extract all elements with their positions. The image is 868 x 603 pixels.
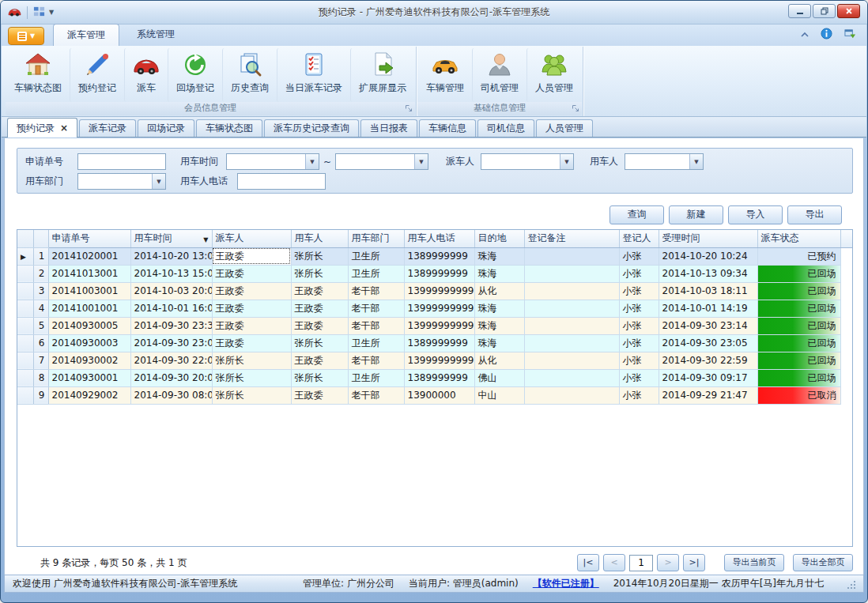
ribbon-tab-system-management[interactable]: 系统管理 bbox=[123, 24, 188, 46]
cell-dispatcher[interactable]: 张所长 bbox=[212, 386, 291, 404]
cell-remark[interactable] bbox=[524, 334, 619, 352]
cell-registrar[interactable]: 小张 bbox=[619, 300, 659, 317]
dropdown-arrow-icon[interactable]: ▼ bbox=[560, 154, 573, 169]
cell-phone[interactable]: 13999999999 bbox=[404, 300, 474, 317]
cell-use_time[interactable]: 2014-09-30 23:00 bbox=[130, 334, 212, 352]
cell-remark[interactable] bbox=[524, 247, 619, 265]
column-header-4[interactable]: 用车部门 bbox=[348, 230, 404, 247]
cell-dispatcher[interactable]: 王政委 bbox=[212, 247, 291, 265]
cell-status[interactable]: 已回场 bbox=[757, 369, 840, 386]
cell-dispatcher[interactable]: 张所长 bbox=[212, 352, 291, 369]
cell-order_no[interactable]: 20140930005 bbox=[48, 317, 130, 334]
cell-dispatcher[interactable]: 王政委 bbox=[212, 317, 291, 334]
cell-dept[interactable]: 老干部 bbox=[348, 386, 404, 404]
switch-window-icon[interactable] bbox=[843, 28, 857, 42]
table-row[interactable]: 8201409300012014-09-30 20:00张所长张所长卫生所138… bbox=[17, 369, 852, 386]
cell-registrar[interactable]: 小张 bbox=[619, 317, 659, 334]
column-header-7[interactable]: 登记备注 bbox=[524, 230, 619, 247]
car-user-combo[interactable]: ▼ bbox=[625, 153, 704, 170]
ribbon-button-history-query[interactable]: 历史查询 bbox=[222, 48, 277, 102]
cell-order_no[interactable]: 20141013001 bbox=[48, 265, 130, 282]
prev-page-button[interactable]: < bbox=[603, 554, 625, 571]
resize-grip[interactable] bbox=[846, 579, 855, 589]
doc-tab-4[interactable]: 派车历史记录查询 bbox=[264, 119, 359, 137]
table-row[interactable]: 3201410030012014-10-03 20:00王政委王政委老干部139… bbox=[17, 282, 852, 300]
collapse-ribbon-icon[interactable] bbox=[800, 29, 810, 40]
cell-car_user[interactable]: 张所长 bbox=[291, 334, 348, 352]
cell-dept[interactable]: 卫生所 bbox=[348, 369, 404, 386]
cell-destination[interactable]: 珠海 bbox=[474, 317, 524, 334]
table-row[interactable]: 5201409300052014-09-30 23:30王政委王政委老干部139… bbox=[17, 317, 852, 334]
dropdown-arrow-icon[interactable]: ▼ bbox=[689, 154, 703, 169]
cell-status[interactable]: 已回场 bbox=[757, 352, 840, 369]
cell-phone[interactable]: 13999999999 bbox=[404, 352, 474, 369]
cell-accept_time[interactable]: 2014-10-03 18:11 bbox=[659, 282, 757, 300]
ribbon-button-dispatch[interactable]: 派车 bbox=[124, 48, 168, 102]
cell-remark[interactable] bbox=[524, 386, 619, 404]
doc-tab-1[interactable]: 派车记录 bbox=[79, 119, 136, 137]
cell-destination[interactable]: 珠海 bbox=[474, 300, 524, 317]
cell-dept[interactable]: 老干部 bbox=[348, 282, 404, 300]
cell-status[interactable]: 已预约 bbox=[757, 247, 840, 265]
cell-phone[interactable]: 1389999999 bbox=[404, 369, 474, 386]
ribbon-button-driver-manage[interactable]: 司机管理 bbox=[472, 48, 526, 102]
cell-status[interactable]: 已回场 bbox=[757, 300, 840, 317]
cell-registrar[interactable]: 小张 bbox=[619, 334, 659, 352]
cell-car_user[interactable]: 王政委 bbox=[291, 282, 348, 300]
cell-destination[interactable]: 珠海 bbox=[474, 247, 524, 265]
cell-remark[interactable] bbox=[524, 317, 619, 334]
export-button[interactable]: 导出 bbox=[787, 205, 842, 224]
cell-phone[interactable]: 13900000 bbox=[404, 386, 474, 404]
cell-dept[interactable]: 老干部 bbox=[348, 352, 404, 369]
page-number-input[interactable] bbox=[629, 555, 653, 571]
dept-combo[interactable]: ▼ bbox=[77, 173, 166, 190]
ribbon-button-return-register[interactable]: 回场登记 bbox=[168, 48, 222, 102]
cell-phone[interactable]: 1389999999 bbox=[404, 265, 474, 282]
cell-phone[interactable]: 1389999999 bbox=[404, 247, 474, 265]
doc-tab-3[interactable]: 车辆状态图 bbox=[196, 119, 262, 137]
use-time-from-combo[interactable]: ▼ bbox=[226, 153, 319, 170]
cell-dispatcher[interactable]: 王政委 bbox=[212, 300, 291, 317]
cell-car_user[interactable]: 王政委 bbox=[291, 352, 348, 369]
ribbon-button-reservation-register[interactable]: 预约登记 bbox=[70, 48, 124, 102]
chevron-down-icon[interactable]: ▼ bbox=[49, 9, 54, 16]
column-header-3[interactable]: 用车人 bbox=[291, 230, 348, 247]
cell-dept[interactable]: 卫生所 bbox=[348, 247, 404, 265]
cell-car_user[interactable]: 王政委 bbox=[291, 386, 348, 404]
cell-use_time[interactable]: 2014-09-30 08:00 bbox=[130, 386, 212, 404]
cell-accept_time[interactable]: 2014-10-01 14:19 bbox=[659, 300, 757, 317]
cell-use_time[interactable]: 2014-09-30 23:30 bbox=[130, 317, 212, 334]
doc-tab-8[interactable]: 人员管理 bbox=[536, 119, 593, 137]
column-header-6[interactable]: 目的地 bbox=[474, 230, 524, 247]
cell-destination[interactable]: 从化 bbox=[474, 352, 524, 369]
phone-input[interactable] bbox=[237, 173, 326, 190]
cell-dept[interactable]: 卫生所 bbox=[348, 265, 404, 282]
column-header-10[interactable]: 派车状态 bbox=[757, 230, 840, 247]
export-all-pages-button[interactable]: 导出全部页 bbox=[793, 554, 853, 571]
layout-grid-icon[interactable] bbox=[33, 6, 45, 20]
cell-destination[interactable]: 珠海 bbox=[474, 265, 524, 282]
cell-use_time[interactable]: 2014-10-01 16:00 bbox=[130, 300, 212, 317]
cell-status[interactable]: 已回场 bbox=[757, 334, 840, 352]
cell-dispatcher[interactable]: 王政委 bbox=[212, 282, 291, 300]
cell-destination[interactable]: 从化 bbox=[474, 282, 524, 300]
cell-order_no[interactable]: 20140930002 bbox=[48, 352, 130, 369]
table-row[interactable]: 4201410010012014-10-01 16:00王政委王政委老干部139… bbox=[17, 300, 852, 317]
cell-car_user[interactable]: 王政委 bbox=[291, 317, 348, 334]
cell-order_no[interactable]: 20140930001 bbox=[48, 369, 130, 386]
cell-phone[interactable]: 13999999999 bbox=[404, 282, 474, 300]
ribbon-button-extended-screen[interactable]: 扩展屏显示 bbox=[350, 48, 414, 102]
column-header-9[interactable]: 受理时间 bbox=[659, 230, 757, 247]
doc-tab-7[interactable]: 司机信息 bbox=[477, 119, 534, 137]
cell-order_no[interactable]: 20140930003 bbox=[48, 334, 130, 352]
table-row[interactable]: 2201410130012014-10-13 15:00王政委张所长卫生所138… bbox=[17, 265, 852, 282]
cell-order_no[interactable]: 20141001001 bbox=[48, 300, 130, 317]
cell-status[interactable]: 已回场 bbox=[757, 282, 840, 300]
ribbon-tab-dispatch-management[interactable]: 派车管理 bbox=[53, 24, 119, 46]
cell-order_no[interactable]: 20141003001 bbox=[48, 282, 130, 300]
cell-registrar[interactable]: 小张 bbox=[619, 386, 659, 404]
cell-order_no[interactable]: 20140929002 bbox=[48, 386, 130, 404]
cell-car_user[interactable]: 王政委 bbox=[291, 300, 348, 317]
cell-accept_time[interactable]: 2014-10-20 10:24 bbox=[659, 247, 757, 265]
cell-accept_time[interactable]: 2014-10-13 09:34 bbox=[659, 265, 757, 282]
